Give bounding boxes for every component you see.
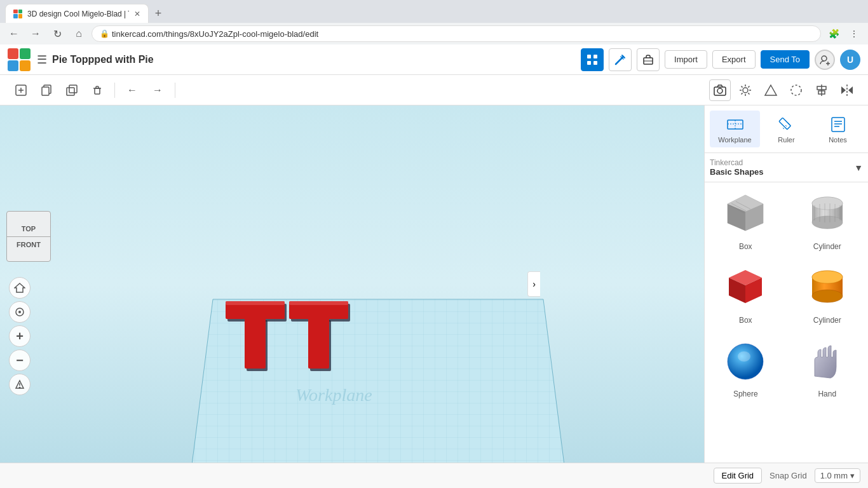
ruler-tool[interactable]: Ruler	[761, 111, 811, 147]
camera-button[interactable]	[709, 79, 731, 101]
edit-grid-button[interactable]: Edit Grid	[714, 468, 763, 484]
shape-icon	[764, 83, 778, 97]
shape-box-gray[interactable]: Box	[710, 187, 782, 251]
box-red-svg	[720, 261, 771, 312]
extensions-button[interactable]: 🧩	[825, 25, 843, 43]
export-button[interactable]: Export	[712, 50, 756, 69]
svg-rect-59	[728, 120, 743, 129]
user-avatar[interactable]: U	[840, 50, 860, 70]
fit-view-icon	[14, 306, 25, 318]
forward-button[interactable]: →	[27, 25, 44, 43]
fit-view-button[interactable]	[9, 301, 31, 323]
shape-hand[interactable]: Hand	[792, 335, 864, 398]
redo-button[interactable]: →	[147, 79, 168, 101]
view-cube[interactable]: TOP FRONT	[6, 211, 51, 262]
svg-rect-3	[593, 61, 597, 65]
pickaxe-button[interactable]	[609, 48, 632, 71]
shape-sphere-blue[interactable]: Sphere	[710, 335, 782, 398]
align-button[interactable]	[811, 79, 832, 101]
hand-label: Hand	[818, 390, 836, 398]
svg-marker-37	[841, 86, 846, 94]
ruler-tool-icon	[777, 114, 796, 133]
browser-chrome: 3D design Cool Migelo-Blad | Tin... ✕ + …	[0, 0, 868, 44]
right-tools	[709, 79, 858, 101]
light-button[interactable]	[735, 79, 756, 101]
duplicate-icon	[65, 84, 78, 97]
svg-line-64	[785, 125, 787, 126]
home-button[interactable]: ⌂	[70, 25, 88, 43]
title-area: ☰ Pie Toppped with Pie	[37, 53, 154, 67]
tab-bar: 3D design Cool Migelo-Blad | Tin... ✕ +	[0, 0, 868, 23]
notes-tool-icon	[829, 114, 848, 133]
send-to-button[interactable]: Send To	[761, 50, 810, 69]
zoom-in-button[interactable]: +	[9, 325, 31, 347]
nav-controls: + −	[9, 277, 31, 395]
new-object-button[interactable]	[10, 79, 32, 101]
nav-bar: ← → ↻ ⌂ 🔒 tinkercad.com/things/8xUoJY2aZ…	[0, 23, 868, 44]
cylinder-gray-svg	[802, 187, 853, 238]
address-bar[interactable]: 🔒 tinkercad.com/things/8xUoJY2aZpl-cool-…	[92, 25, 821, 42]
reset-button[interactable]	[9, 374, 31, 395]
notes-tool[interactable]: Notes	[813, 111, 863, 147]
snap-grid-value-text: 1.0 mm	[820, 471, 848, 480]
view-cube-front-label: FRONT	[7, 237, 50, 252]
svg-line-28	[748, 93, 749, 94]
back-button[interactable]: ←	[5, 25, 23, 43]
svg-marker-38	[848, 86, 853, 94]
shape-cylinder-orange[interactable]: Cylinder	[792, 261, 864, 325]
svg-rect-1	[593, 55, 597, 58]
svg-rect-19	[95, 88, 100, 94]
reload-button[interactable]: ↻	[48, 25, 66, 43]
notes-tool-label: Notes	[829, 136, 847, 144]
tab-close-icon[interactable]: ✕	[134, 10, 140, 18]
menu-button[interactable]: ⋮	[845, 25, 863, 43]
svg-point-79	[812, 216, 843, 229]
reset-icon	[14, 379, 25, 390]
zoom-out-button[interactable]: −	[9, 349, 31, 371]
mirror-button[interactable]	[836, 79, 858, 101]
import-button[interactable]: Import	[665, 50, 707, 69]
project-title[interactable]: Pie Toppped with Pie	[52, 54, 154, 65]
undo-button[interactable]: ←	[121, 79, 143, 101]
svg-rect-0	[587, 55, 591, 58]
grid-view-button[interactable]	[581, 48, 604, 71]
svg-point-21	[717, 88, 722, 93]
svg-line-29	[748, 86, 749, 87]
shape-box-red[interactable]: Box	[710, 261, 782, 325]
shape-cylinder-gray[interactable]: Cylinder	[792, 187, 864, 251]
cylinder-gray-label: Cylinder	[813, 242, 841, 251]
duplicate-button[interactable]	[61, 79, 83, 101]
workplane-tool[interactable]: Workplane	[710, 111, 760, 147]
home-view-icon	[14, 282, 25, 294]
mirror-icon	[840, 83, 854, 97]
svg-rect-54	[245, 318, 266, 369]
briefcase-button[interactable]	[637, 48, 660, 71]
snap-grid-label: Snap Grid	[770, 471, 807, 480]
add-user-button[interactable]	[815, 50, 835, 70]
main-content: TOP FRONT + −	[0, 105, 868, 463]
copy-button[interactable]	[36, 79, 57, 101]
canvas-area[interactable]: Workplane ›	[0, 105, 704, 463]
home-view-button[interactable]	[9, 277, 31, 299]
circle-tool-button[interactable]	[785, 79, 807, 101]
ruler-icon	[778, 115, 796, 133]
category-value: Basic Shapes	[710, 167, 764, 177]
svg-point-32	[791, 85, 801, 95]
shape-button[interactable]	[760, 79, 782, 101]
collapse-panel-button[interactable]: ›	[527, 271, 540, 297]
delete-icon	[91, 84, 104, 97]
svg-point-93	[812, 271, 843, 283]
right-panel: Workplane Ruler	[704, 105, 868, 463]
snap-grid-value[interactable]: 1.0 mm ▾	[815, 468, 860, 483]
new-tab-button[interactable]: +	[149, 4, 168, 23]
sphere-blue-svg	[720, 335, 771, 386]
bottom-bar: Edit Grid Snap Grid 1.0 mm ▾	[0, 463, 868, 488]
view-cube-top-label: TOP	[7, 221, 50, 237]
workplane-tool-icon	[726, 114, 745, 133]
panel-category-dropdown[interactable]: Tinkercad Basic Shapes ▼	[705, 153, 868, 182]
active-tab[interactable]: 3D design Cool Migelo-Blad | Tin... ✕	[5, 4, 149, 23]
box-gray-svg	[720, 187, 771, 238]
tt-shape[interactable]	[222, 277, 362, 417]
delete-button[interactable]	[86, 79, 108, 101]
menu-icon[interactable]: ☰	[37, 53, 47, 67]
